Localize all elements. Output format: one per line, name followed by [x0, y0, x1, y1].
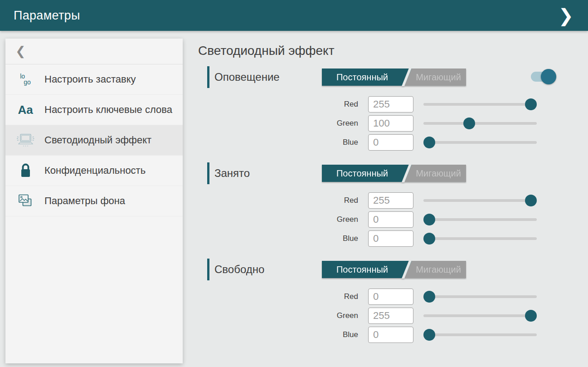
section-free: Свободно Мигающий Постоянный Red Green	[198, 259, 588, 343]
red-slider[interactable]	[423, 103, 537, 106]
alert-enabled-toggle[interactable]	[531, 69, 556, 85]
led-effect-panel: Светодиодный эффект Оповещение Мигающий …	[198, 44, 588, 367]
sidebar-item-keywords[interactable]: Aa Настроить ключевые слова	[5, 95, 183, 125]
green-slider[interactable]	[423, 314, 537, 317]
section-accent-bar	[207, 162, 209, 184]
slider-thumb[interactable]	[423, 214, 435, 225]
blue-value-input[interactable]	[368, 134, 413, 151]
mode-segmented-control: Мигающий Постоянный	[322, 69, 466, 86]
text-aa-icon: Aa	[15, 103, 36, 117]
sidebar-item-background[interactable]: Параметры фона	[5, 186, 183, 216]
slider-thumb[interactable]	[463, 117, 475, 129]
blue-slider[interactable]	[423, 333, 537, 336]
channel-row-green: Green	[320, 307, 588, 324]
mode-constant-button[interactable]: Постоянный	[322, 261, 412, 278]
red-value-input[interactable]	[368, 96, 413, 113]
channel-label: Green	[320, 119, 358, 128]
sidebar-item-label: Светодиодный эффект	[44, 134, 151, 147]
red-value-input[interactable]	[368, 192, 413, 209]
blue-value-input[interactable]	[368, 327, 413, 343]
green-slider[interactable]	[423, 218, 537, 221]
channel-label: Blue	[320, 330, 358, 339]
sidebar-item-label: Настроить заставку	[44, 73, 136, 86]
slider-thumb[interactable]	[423, 137, 435, 148]
slider-thumb[interactable]	[525, 195, 537, 206]
slider-thumb[interactable]	[525, 310, 537, 322]
mode-constant-button[interactable]: Постоянный	[322, 165, 412, 182]
lock-icon	[15, 163, 36, 178]
page-title: Параметры	[14, 9, 80, 23]
channel-label: Red	[320, 196, 358, 205]
chevron-right-icon[interactable]: ❯	[558, 6, 574, 24]
section-label: Свободно	[214, 259, 264, 280]
green-value-input[interactable]	[368, 115, 413, 132]
slider-thumb[interactable]	[423, 233, 435, 245]
mode-blinking-button[interactable]: Мигающий	[404, 69, 466, 86]
section-label: Занято	[214, 162, 250, 184]
blue-slider[interactable]	[423, 237, 537, 240]
red-value-input[interactable]	[368, 289, 413, 305]
app-header: Параметры ❯	[0, 0, 588, 31]
mode-constant-button[interactable]: Постоянный	[322, 69, 412, 86]
section-accent-bar	[207, 66, 209, 88]
channel-row-blue: Blue	[320, 230, 588, 247]
led-display-icon	[15, 132, 36, 148]
sidebar-item-screensaver[interactable]: logo Настроить заставку	[5, 64, 183, 95]
mode-blinking-button[interactable]: Мигающий	[404, 165, 466, 182]
mode-blinking-button[interactable]: Мигающий	[404, 261, 466, 278]
channel-row-red: Red	[320, 192, 588, 209]
slider-thumb[interactable]	[423, 329, 435, 341]
channel-row-red: Red	[320, 96, 588, 113]
blue-value-input[interactable]	[368, 230, 413, 247]
mode-segmented-control: Мигающий Постоянный	[322, 261, 466, 278]
channel-label: Green	[320, 311, 358, 320]
sidebar-back-button[interactable]: ❮	[5, 39, 183, 64]
blue-slider[interactable]	[423, 141, 537, 144]
chevron-left-icon: ❮	[15, 44, 26, 59]
channel-row-red: Red	[320, 288, 588, 305]
toggle-thumb[interactable]	[541, 69, 556, 84]
sidebar-item-privacy[interactable]: Конфиденциальность	[5, 156, 183, 186]
sidebar-item-label: Параметры фона	[44, 195, 125, 207]
sidebar-item-led-effect[interactable]: Светодиодный эффект	[5, 125, 183, 156]
red-slider[interactable]	[423, 295, 537, 298]
settings-sidebar: ❮ logo Настроить заставку Aa Настроить к…	[5, 39, 183, 363]
channel-label: Red	[320, 292, 358, 301]
section-accent-bar	[207, 259, 209, 280]
sidebar-item-label: Настроить ключевые слова	[44, 103, 172, 116]
channel-label: Red	[320, 100, 358, 109]
sidebar-item-label: Конфиденциальность	[44, 164, 146, 177]
slider-thumb[interactable]	[423, 291, 435, 303]
channel-row-green: Green	[320, 115, 588, 132]
section-busy: Занято Мигающий Постоянный Red Green	[198, 162, 588, 247]
channel-row-green: Green	[320, 211, 588, 228]
background-images-icon	[15, 194, 36, 208]
channel-label: Blue	[320, 138, 358, 147]
channel-row-blue: Blue	[320, 134, 588, 151]
red-slider[interactable]	[423, 199, 537, 202]
green-slider[interactable]	[423, 122, 537, 125]
channel-label: Blue	[320, 234, 358, 243]
logo-icon: logo	[15, 73, 36, 86]
section-alert: Оповещение Мигающий Постоянный Red Green	[198, 66, 588, 151]
section-label: Оповещение	[214, 66, 280, 88]
mode-segmented-control: Мигающий Постоянный	[322, 165, 466, 182]
green-value-input[interactable]	[368, 308, 413, 324]
slider-thumb[interactable]	[525, 98, 537, 110]
green-value-input[interactable]	[368, 211, 413, 228]
panel-title: Светодиодный эффект	[198, 44, 588, 58]
channel-label: Green	[320, 215, 358, 224]
channel-row-blue: Blue	[320, 326, 588, 343]
